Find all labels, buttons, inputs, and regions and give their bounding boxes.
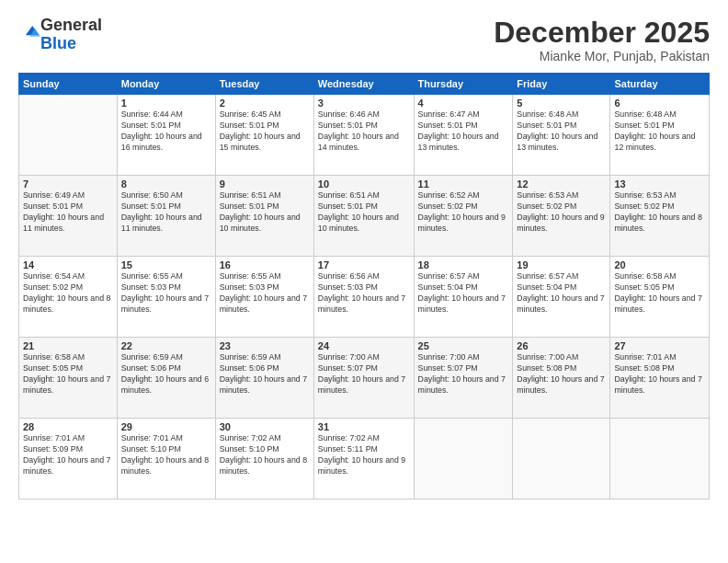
sunrise-text: Sunrise: 6:52 AM: [418, 190, 480, 200]
table-row: 5 Sunrise: 6:48 AM Sunset: 5:01 PM Dayli…: [513, 95, 610, 176]
daylight-text: Daylight: 10 hours and 6 minutes.: [121, 374, 209, 395]
sunrise-text: Sunrise: 6:48 AM: [517, 109, 578, 119]
calendar-header-row: Sunday Monday Tuesday Wednesday Thursday…: [19, 74, 710, 95]
daylight-text: Daylight: 10 hours and 7 minutes.: [614, 293, 701, 314]
daylight-text: Daylight: 10 hours and 7 minutes.: [23, 374, 110, 395]
table-row: 21 Sunrise: 6:58 AM Sunset: 5:05 PM Dayl…: [19, 338, 118, 419]
sunrise-text: Sunrise: 7:00 AM: [318, 352, 380, 362]
table-row: 26 Sunrise: 7:00 AM Sunset: 5:08 PM Dayl…: [513, 338, 610, 419]
table-row: 31 Sunrise: 7:02 AM Sunset: 5:11 PM Dayl…: [313, 419, 414, 500]
calendar-week-row: 28 Sunrise: 7:01 AM Sunset: 5:09 PM Dayl…: [19, 419, 710, 500]
sunrise-text: Sunrise: 6:45 AM: [220, 109, 281, 119]
day-info: Sunrise: 7:01 AM Sunset: 5:10 PM Dayligh…: [121, 433, 211, 477]
day-number: 28: [23, 421, 113, 432]
daylight-text: Daylight: 10 hours and 7 minutes.: [220, 374, 307, 395]
sunset-text: Sunset: 5:01 PM: [121, 201, 181, 211]
daylight-text: Daylight: 10 hours and 7 minutes.: [23, 455, 110, 476]
sunset-text: Sunset: 5:05 PM: [23, 363, 83, 373]
sunrise-text: Sunrise: 6:56 AM: [318, 271, 380, 281]
col-thursday: Thursday: [414, 74, 513, 95]
daylight-text: Daylight: 10 hours and 8 minutes.: [23, 293, 110, 314]
sunrise-text: Sunrise: 7:00 AM: [418, 352, 480, 362]
day-number: 4: [418, 98, 509, 109]
day-number: 9: [220, 178, 310, 190]
table-row: [414, 419, 513, 500]
sunrise-text: Sunrise: 6:54 AM: [23, 271, 85, 281]
daylight-text: Daylight: 10 hours and 7 minutes.: [517, 374, 604, 395]
sunrise-text: Sunrise: 6:59 AM: [220, 352, 281, 362]
table-row: [513, 419, 610, 500]
sunset-text: Sunset: 5:02 PM: [614, 201, 674, 211]
day-number: 23: [220, 340, 310, 351]
col-friday: Friday: [513, 74, 610, 95]
sunrise-text: Sunrise: 6:58 AM: [614, 271, 676, 281]
col-saturday: Saturday: [610, 74, 710, 95]
sunset-text: Sunset: 5:07 PM: [318, 363, 378, 373]
table-row: 1 Sunrise: 6:44 AM Sunset: 5:01 PM Dayli…: [117, 95, 215, 176]
sunset-text: Sunset: 5:01 PM: [517, 121, 576, 130]
day-number: 13: [614, 178, 705, 190]
day-info: Sunrise: 6:58 AM Sunset: 5:05 PM Dayligh…: [614, 271, 705, 316]
table-row: 25 Sunrise: 7:00 AM Sunset: 5:07 PM Dayl…: [414, 338, 513, 419]
sunset-text: Sunset: 5:11 PM: [318, 444, 378, 454]
day-number: 10: [318, 178, 410, 190]
table-row: 22 Sunrise: 6:59 AM Sunset: 5:06 PM Dayl…: [117, 338, 215, 419]
sunset-text: Sunset: 5:04 PM: [517, 282, 576, 292]
daylight-text: Daylight: 10 hours and 7 minutes.: [220, 293, 307, 314]
day-number: 18: [418, 259, 509, 270]
sunset-text: Sunset: 5:01 PM: [318, 121, 378, 130]
sunrise-text: Sunrise: 6:59 AM: [121, 352, 183, 362]
sunset-text: Sunset: 5:08 PM: [517, 363, 576, 373]
day-number: 19: [517, 259, 606, 270]
logo: General Blue: [18, 17, 102, 53]
table-row: 27 Sunrise: 7:01 AM Sunset: 5:08 PM Dayl…: [610, 338, 710, 419]
calendar-week-row: 7 Sunrise: 6:49 AM Sunset: 5:01 PM Dayli…: [19, 176, 710, 257]
day-number: 8: [121, 178, 211, 190]
table-row: 17 Sunrise: 6:56 AM Sunset: 5:03 PM Dayl…: [313, 257, 414, 338]
sunset-text: Sunset: 5:01 PM: [318, 201, 378, 211]
day-number: 30: [220, 421, 310, 432]
day-info: Sunrise: 6:49 AM Sunset: 5:01 PM Dayligh…: [23, 190, 113, 235]
table-row: 19 Sunrise: 6:57 AM Sunset: 5:04 PM Dayl…: [513, 257, 610, 338]
day-info: Sunrise: 7:00 AM Sunset: 5:07 PM Dayligh…: [418, 352, 509, 396]
sunset-text: Sunset: 5:10 PM: [220, 444, 279, 454]
daylight-text: Daylight: 10 hours and 11 minutes.: [121, 213, 202, 233]
day-info: Sunrise: 6:56 AM Sunset: 5:03 PM Dayligh…: [318, 271, 410, 316]
table-row: 2 Sunrise: 6:45 AM Sunset: 5:01 PM Dayli…: [215, 95, 313, 176]
daylight-text: Daylight: 10 hours and 7 minutes.: [318, 293, 405, 314]
sunrise-text: Sunrise: 6:53 AM: [517, 190, 578, 200]
table-row: 30 Sunrise: 7:02 AM Sunset: 5:10 PM Dayl…: [215, 419, 313, 500]
sunrise-text: Sunrise: 6:51 AM: [318, 190, 380, 200]
day-number: 5: [517, 98, 606, 109]
day-info: Sunrise: 6:51 AM Sunset: 5:01 PM Dayligh…: [318, 190, 410, 235]
sunrise-text: Sunrise: 6:57 AM: [517, 271, 578, 281]
daylight-text: Daylight: 10 hours and 13 minutes.: [517, 132, 597, 152]
table-row: 11 Sunrise: 6:52 AM Sunset: 5:02 PM Dayl…: [414, 176, 513, 257]
daylight-text: Daylight: 10 hours and 7 minutes.: [517, 293, 604, 314]
table-row: 7 Sunrise: 6:49 AM Sunset: 5:01 PM Dayli…: [19, 176, 118, 257]
table-row: [19, 95, 118, 176]
day-number: 3: [318, 98, 410, 109]
header: General Blue December 2025 Mianke Mor, P…: [18, 17, 710, 63]
daylight-text: Daylight: 10 hours and 7 minutes.: [318, 374, 405, 395]
sunset-text: Sunset: 5:01 PM: [220, 201, 279, 211]
logo-blue-text: Blue: [40, 34, 76, 52]
day-info: Sunrise: 6:54 AM Sunset: 5:02 PM Dayligh…: [23, 271, 113, 316]
table-row: 8 Sunrise: 6:50 AM Sunset: 5:01 PM Dayli…: [117, 176, 215, 257]
day-info: Sunrise: 6:57 AM Sunset: 5:04 PM Dayligh…: [517, 271, 606, 316]
calendar-table: Sunday Monday Tuesday Wednesday Thursday…: [18, 73, 710, 500]
sunrise-text: Sunrise: 6:49 AM: [23, 190, 85, 200]
table-row: 4 Sunrise: 6:47 AM Sunset: 5:01 PM Dayli…: [414, 95, 513, 176]
sunrise-text: Sunrise: 6:55 AM: [220, 271, 281, 281]
day-number: 12: [517, 178, 606, 190]
table-row: 24 Sunrise: 7:00 AM Sunset: 5:07 PM Dayl…: [313, 338, 414, 419]
sunset-text: Sunset: 5:06 PM: [121, 363, 181, 373]
day-info: Sunrise: 7:00 AM Sunset: 5:08 PM Dayligh…: [517, 352, 606, 396]
daylight-text: Daylight: 10 hours and 12 minutes.: [614, 132, 695, 152]
day-info: Sunrise: 6:55 AM Sunset: 5:03 PM Dayligh…: [121, 271, 211, 316]
day-number: 29: [121, 421, 211, 432]
day-number: 21: [23, 340, 113, 351]
sunrise-text: Sunrise: 6:48 AM: [614, 109, 676, 119]
day-number: 25: [418, 340, 509, 351]
table-row: 23 Sunrise: 6:59 AM Sunset: 5:06 PM Dayl…: [215, 338, 313, 419]
